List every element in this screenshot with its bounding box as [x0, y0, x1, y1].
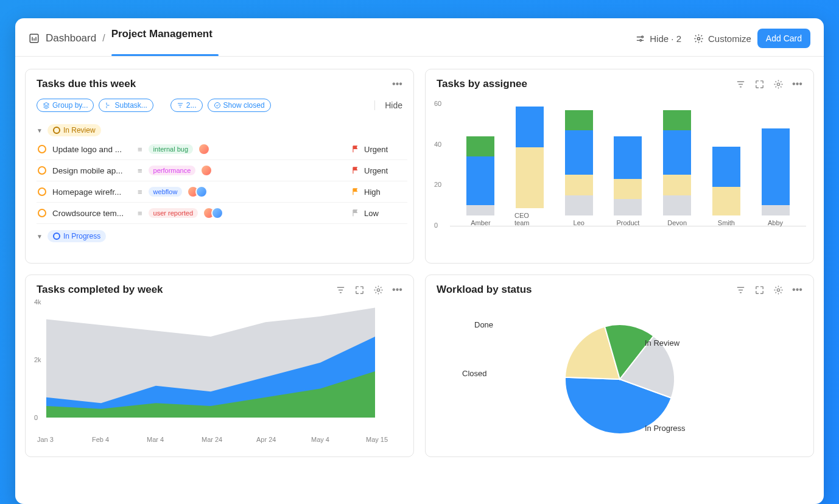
task-name: Crowdsource tem...: [52, 209, 132, 218]
status-circle-icon: [38, 145, 46, 153]
task-row[interactable]: Homepage wirefr... ≡ webflow High: [37, 181, 407, 203]
status-badge: In Review: [47, 124, 101, 136]
task-row[interactable]: Crowdsource tem... ≡ user reported Low: [37, 203, 407, 224]
x-tick: Feb 4: [92, 436, 109, 443]
avatar: [200, 164, 212, 177]
group-by-pill[interactable]: Group by...: [37, 99, 94, 112]
filter-icon[interactable]: [335, 285, 346, 295]
status-circle-icon: [38, 209, 46, 217]
x-tick: Jan 3: [37, 436, 54, 443]
expand-icon[interactable]: [354, 285, 365, 295]
customize-button[interactable]: Customize: [687, 30, 757, 47]
hide-button[interactable]: Hide · 2: [629, 30, 687, 47]
y-tick: 0: [434, 222, 438, 229]
card-title: Workload by status: [437, 284, 532, 296]
svg-point-3: [697, 37, 700, 40]
task-tag: performance: [149, 166, 196, 175]
svg-point-6: [377, 289, 379, 291]
x-label: Abby: [768, 219, 783, 226]
task-group-header[interactable]: ▼ In Progress: [37, 228, 407, 245]
priority-label: Urgent: [364, 145, 388, 154]
bar[interactable]: Smith: [711, 147, 742, 226]
card-workload: Workload by status ••• In ProgressIn Rev…: [425, 275, 814, 457]
bar-chart: 0204060AmberCEO teamLeoProductDevonSmith…: [450, 96, 806, 242]
pie-label: Closed: [462, 369, 486, 378]
avatar: [211, 207, 223, 219]
task-row[interactable]: Update logo and ... ≡ internal bug Urgen…: [37, 139, 407, 160]
doc-icon: ≡: [138, 187, 142, 197]
pie-chart: In ProgressIn ReviewDoneClosed: [426, 302, 813, 457]
task-tag: webflow: [149, 187, 183, 197]
pie-label: In Review: [645, 338, 679, 348]
svg-point-4: [214, 103, 220, 108]
hide-columns-button[interactable]: Hide: [374, 100, 402, 110]
filter-icon[interactable]: [735, 79, 746, 89]
expand-icon[interactable]: [754, 79, 765, 89]
topbar: Dashboard / Project Management Hide · 2 …: [15, 18, 824, 57]
bar[interactable]: Amber: [465, 136, 496, 226]
gear-icon[interactable]: [773, 79, 784, 89]
branch-icon: [105, 102, 112, 109]
more-icon[interactable]: •••: [392, 79, 402, 89]
gear-icon: [693, 33, 704, 44]
x-label: Product: [616, 219, 639, 226]
more-icon[interactable]: •••: [792, 285, 802, 295]
task-group-header[interactable]: ▼ In Review: [37, 122, 407, 139]
more-icon[interactable]: •••: [792, 79, 802, 89]
x-tick: Apr 24: [256, 436, 276, 443]
bar[interactable]: Abby: [760, 128, 791, 226]
y-tick: 2k: [34, 356, 41, 363]
y-tick: 40: [434, 141, 441, 148]
x-tick: May 15: [366, 436, 388, 443]
filter-icon[interactable]: [735, 285, 746, 295]
card-tasks-due: Tasks due this week ••• Group by... Subt…: [25, 69, 414, 264]
status-circle-icon: [38, 187, 46, 196]
caret-down-icon: ▼: [37, 233, 43, 240]
svg-point-2: [640, 39, 642, 41]
filter-count-pill[interactable]: 2...: [170, 99, 203, 112]
y-tick: 0: [34, 414, 38, 421]
card-tasks-assignee: Tasks by assignee ••• 0204060AmberCEO te…: [425, 69, 814, 264]
layers-icon: [43, 102, 50, 109]
x-label: CEO team: [514, 212, 545, 226]
add-card-button[interactable]: Add Card: [757, 29, 810, 48]
pie-label: Done: [474, 320, 493, 329]
card-title: Tasks due this week: [37, 78, 136, 90]
filter-row: Group by... Subtask... 2... Show closed …: [26, 96, 413, 118]
show-closed-pill[interactable]: Show closed: [208, 99, 271, 112]
breadcrumb-root[interactable]: Dashboard: [46, 32, 96, 44]
status-badge: In Progress: [47, 230, 106, 242]
bar[interactable]: Product: [613, 136, 643, 226]
status-circle-icon: [38, 166, 46, 175]
y-tick: 20: [434, 181, 441, 188]
gear-icon[interactable]: [773, 285, 784, 295]
expand-icon[interactable]: [754, 285, 765, 295]
card-title: Tasks completed by week: [37, 284, 163, 296]
x-label: Amber: [471, 219, 490, 226]
task-tag: user reported: [149, 208, 198, 218]
bar[interactable]: CEO team: [514, 107, 545, 226]
app-window: Dashboard / Project Management Hide · 2 …: [15, 18, 824, 504]
task-row[interactable]: Design mobile ap... ≡ performance Urgent: [37, 160, 407, 181]
flag-icon: [351, 187, 360, 196]
x-tick: May 4: [311, 436, 329, 443]
more-icon[interactable]: •••: [392, 285, 402, 295]
x-label: Leo: [574, 219, 584, 226]
task-name: Design mobile ap...: [52, 166, 132, 175]
bar[interactable]: Leo: [564, 110, 594, 226]
sliders-icon: [635, 33, 645, 44]
bar[interactable]: Devon: [662, 110, 692, 226]
svg-point-5: [777, 83, 779, 85]
avatar: [195, 186, 208, 198]
gear-icon[interactable]: [373, 285, 384, 295]
flag-icon: [351, 166, 360, 175]
breadcrumb-sep: /: [102, 33, 105, 44]
flag-icon: [351, 145, 360, 153]
doc-icon: ≡: [138, 209, 142, 218]
subtask-pill[interactable]: Subtask...: [99, 99, 153, 112]
doc-icon: ≡: [138, 166, 142, 175]
priority-label: High: [364, 187, 381, 197]
task-name: Update logo and ...: [52, 145, 132, 154]
breadcrumb-current[interactable]: Project Management: [111, 28, 212, 49]
card-tasks-completed: Tasks completed by week ••• 02k4kJan 3Fe…: [25, 275, 414, 457]
